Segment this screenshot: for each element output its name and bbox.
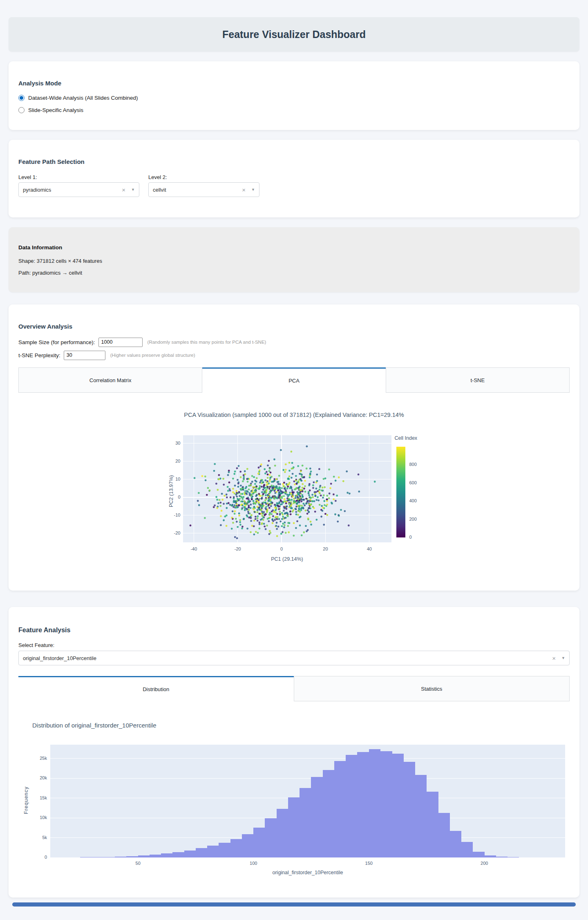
feature-path-card: Feature Path Selection Level 1: pyradiom… — [9, 140, 579, 217]
radio-unselected-icon[interactable] — [18, 107, 25, 113]
radio-option-label: Dataset-Wide Analysis (All Slides Combin… — [28, 95, 138, 101]
sample-size-hint: (Randomly samples this many points for P… — [148, 340, 266, 345]
analysis-mode-option-slide-specific[interactable]: Slide-Specific Analysis — [18, 105, 570, 114]
pca-chart-title: PCA Visualization (sampled 1000 out of 3… — [163, 412, 426, 418]
perplexity-input[interactable] — [64, 351, 105, 360]
select-feature-label: Select Feature: — [18, 642, 570, 648]
level1-dropdown[interactable]: pyradiomics × ▼ — [18, 182, 139, 197]
level2-dropdown[interactable]: cellvit × ▼ — [148, 182, 259, 197]
colorbar-gradient — [396, 447, 405, 537]
pca-plot-area[interactable] — [183, 435, 391, 542]
level1-value: pyradiomics — [23, 187, 122, 193]
histogram-plot-area[interactable] — [50, 745, 565, 857]
footer-accent-bar — [12, 902, 576, 907]
sample-size-input[interactable] — [98, 338, 143, 347]
clear-icon[interactable]: × — [242, 186, 246, 193]
chevron-down-icon[interactable]: ▼ — [561, 656, 565, 660]
sample-size-row: Sample Size (for performance): (Randomly… — [18, 337, 570, 347]
tab-statistics[interactable]: Statistics — [294, 676, 570, 701]
histogram-title: Distribution of original_firstorder_10Pe… — [32, 722, 157, 729]
histogram-figure: Distribution of original_firstorder_10Pe… — [18, 722, 570, 879]
level1-label: Level 1: — [18, 174, 139, 180]
pca-x-axis-label: PC1 (29.14%) — [183, 556, 391, 562]
app-header: Feature Visualizer Dashboard — [9, 17, 579, 51]
clear-icon[interactable]: × — [122, 186, 125, 193]
feature-tabs: Distribution Statistics — [18, 676, 570, 701]
level1-column: Level 1: pyradiomics × ▼ — [18, 174, 139, 197]
feature-analysis-heading: Feature Analysis — [18, 627, 570, 634]
level2-column: Level 2: cellvit × ▼ — [148, 174, 259, 197]
tab-tsne[interactable]: t-SNE — [386, 367, 570, 393]
level2-label: Level 2: — [148, 174, 259, 180]
data-info-card: Data Information Shape: 371812 cells × 4… — [9, 227, 579, 292]
perplexity-hint: (Higher values preserve global structure… — [110, 353, 195, 358]
level2-value: cellvit — [153, 187, 242, 193]
feature-analysis-card: Feature Analysis Select Feature: origina… — [9, 607, 579, 898]
histogram-x-axis-label: original_firstorder_10Percentile — [50, 870, 565, 875]
overview-analysis-card: Overview Analysis Sample Size (for perfo… — [9, 304, 579, 591]
radio-option-label: Slide-Specific Analysis — [28, 107, 83, 113]
feature-path-row: Level 1: pyradiomics × ▼ Level 2: cellvi… — [18, 174, 570, 202]
chevron-down-icon[interactable]: ▼ — [251, 188, 255, 192]
analysis-mode-card: Analysis Mode Dataset-Wide Analysis (All… — [9, 61, 579, 130]
histogram-y-axis-label: Frequency — [23, 786, 29, 814]
sample-size-label: Sample Size (for performance): — [18, 339, 95, 345]
feature-select-dropdown[interactable]: original_firstorder_10Percentile × ▼ — [18, 651, 570, 665]
clear-icon[interactable]: × — [552, 655, 556, 662]
overview-heading: Overview Analysis — [18, 323, 570, 330]
page-title: Feature Visualizer Dashboard — [222, 29, 366, 40]
feature-select-value: original_firstorder_10Percentile — [23, 655, 552, 661]
pca-wrap: PC2 (13.97%) PC1 (29.14%) Cell Index -40… — [163, 427, 426, 567]
tab-pca[interactable]: PCA — [202, 367, 385, 393]
colorbar-title: Cell Index — [395, 435, 418, 441]
data-info-heading: Data Information — [18, 244, 570, 251]
pca-figure: PCA Visualization (sampled 1000 out of 3… — [18, 412, 570, 567]
tab-distribution[interactable]: Distribution — [18, 676, 294, 701]
feature-path-heading: Feature Path Selection — [18, 158, 570, 165]
perplexity-row: t-SNE Perplexity: (Higher values preserv… — [18, 350, 570, 360]
tab-correlation-matrix[interactable]: Correlation Matrix — [18, 367, 202, 393]
analysis-mode-heading: Analysis Mode — [18, 80, 570, 87]
chevron-down-icon[interactable]: ▼ — [131, 188, 135, 192]
analysis-mode-option-dataset-wide[interactable]: Dataset-Wide Analysis (All Slides Combin… — [18, 93, 570, 102]
data-shape-text: Shape: 371812 cells × 474 features — [18, 258, 570, 264]
perplexity-label: t-SNE Perplexity: — [18, 352, 60, 358]
overview-tabs: Correlation Matrix PCA t-SNE — [18, 367, 570, 393]
data-path-text: Path: pyradiomics → cellvit — [18, 270, 570, 276]
radio-selected-icon[interactable] — [18, 95, 25, 101]
page: Feature Visualizer Dashboard Analysis Mo… — [0, 0, 588, 910]
